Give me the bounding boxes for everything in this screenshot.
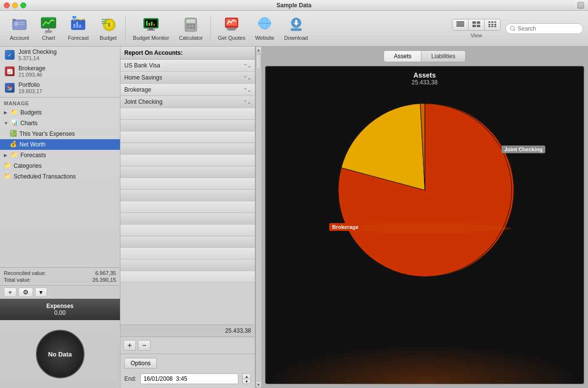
toolbar-download[interactable]: Download: [279, 14, 313, 43]
charts-icon: 📊: [11, 119, 18, 127]
no-data-label: No Data: [48, 351, 72, 358]
svg-rect-25: [146, 21, 148, 26]
account-info-checking: Joint Checking 5.371,14: [18, 48, 116, 61]
report-item-empty15: [120, 271, 255, 283]
pie-container: Brokerage Joint Checking: [266, 88, 584, 292]
view-btn-3[interactable]: [484, 19, 500, 30]
expenses-icon: 💹: [10, 130, 17, 138]
svg-rect-2: [19, 22, 24, 23]
sidebar-item-scheduled[interactable]: 📁 Scheduled Transactions: [0, 171, 120, 182]
jointChecking-arrow: ⌃⌄: [243, 99, 251, 105]
content-inner: Report On Accounts: US Bank Visa ⌃⌄ Home…: [120, 47, 588, 388]
svg-rect-33: [186, 24, 189, 26]
report-item-empty2: [120, 120, 255, 131]
toolbar-budget[interactable]: $ Budget: [94, 14, 123, 43]
website-icon: [256, 16, 273, 33]
scheduled-label: Scheduled Transactions: [14, 173, 76, 180]
svg-rect-30: [147, 30, 155, 31]
budget-label: Budget: [100, 35, 117, 41]
spinner-down[interactable]: ▼: [243, 379, 251, 384]
account-item-portfolio[interactable]: 📚 Portfolio 19.803,17: [0, 80, 120, 96]
account-info-brokerage: Brokerage 21.093,46: [18, 65, 116, 78]
sidebar-accounts: ✓ Joint Checking 5.371,14 📈 Brokerage 21…: [0, 47, 120, 96]
download-label: Download: [284, 35, 308, 41]
account-label: Account: [10, 35, 29, 41]
total-label: Total value:: [4, 277, 31, 283]
tab-liabilities[interactable]: Liabilities: [421, 50, 465, 62]
close-button[interactable]: [4, 2, 10, 8]
traffic-lights: [4, 2, 26, 8]
account-item-checking[interactable]: ✓ Joint Checking 5.371,14: [0, 47, 120, 63]
scroll-down-arrow[interactable]: ▼: [256, 381, 262, 388]
total-row: Total value: 26.390,15: [4, 276, 116, 283]
report-item-empty7: [120, 178, 255, 190]
scroll-thumb[interactable]: [256, 54, 261, 69]
svg-rect-27: [151, 22, 152, 26]
report-item-usbankVisa[interactable]: US Bank Visa ⌃⌄: [120, 60, 255, 72]
spinner-up[interactable]: ▲: [243, 374, 251, 379]
portfolio-name: Portfolio: [18, 81, 116, 88]
report-item-jointChecking[interactable]: Joint Checking ⌃⌄: [120, 96, 255, 108]
toolbar-account[interactable]: Account: [5, 14, 34, 43]
view-btn-1[interactable]: [453, 19, 468, 30]
toolbar: Account Chart: [0, 11, 588, 47]
report-item-brokerage[interactable]: Brokerage ⌃⌄: [120, 84, 255, 96]
svg-rect-4: [13, 19, 16, 21]
svg-rect-58: [491, 24, 493, 25]
reconciled-value: 6.967,35: [95, 270, 116, 276]
sidebar-item-charts[interactable]: ▼ 📊 Charts: [0, 118, 120, 129]
end-input[interactable]: [140, 373, 238, 384]
budgets-arrow: ▶: [4, 110, 9, 115]
scroll-up-arrow[interactable]: ▲: [256, 47, 262, 53]
sidebar-item-budgets[interactable]: ▶ 📁 Budgets: [0, 107, 120, 118]
toolbar-forecast[interactable]: Forecast: [63, 14, 94, 43]
sidebar-item-this-years-expenses[interactable]: 💹 This Year's Expenses: [0, 129, 120, 139]
sidebar: ✓ Joint Checking 5.371,14 📈 Brokerage 21…: [0, 47, 120, 388]
toolbar-calculator[interactable]: Calculator: [174, 14, 208, 43]
pie-chart: [323, 88, 527, 292]
report-item-homeSavings[interactable]: Home Savings ⌃⌄: [120, 72, 255, 84]
toolbar-budget-monitor[interactable]: Budget Monitor: [128, 14, 174, 43]
report-list: US Bank Visa ⌃⌄ Home Savings ⌃⌄ Brokerag…: [120, 60, 255, 324]
toolbar-website[interactable]: Website: [250, 14, 279, 43]
forecasts-icon: 📁: [11, 151, 18, 159]
tab-assets[interactable]: Assets: [384, 50, 421, 62]
report-section: Report On Accounts: US Bank Visa ⌃⌄ Home…: [120, 47, 261, 388]
toolbar-chart[interactable]: Chart: [34, 14, 63, 43]
svg-rect-29: [149, 28, 153, 30]
add-button[interactable]: +: [4, 288, 17, 297]
sidebar-item-forecasts[interactable]: ▶ 📁 Forecasts: [0, 150, 120, 161]
svg-point-16: [72, 16, 76, 19]
portfolio-value: 19.803,17: [18, 88, 116, 94]
report-total: 25.433,38: [120, 324, 255, 337]
reconciled-row: Reconciled value: 6.967,35: [4, 270, 116, 276]
svg-rect-60: [488, 26, 490, 27]
search-box[interactable]: [505, 23, 583, 34]
minimize-button[interactable]: [12, 2, 18, 8]
options-spinner: ▲ ▼: [242, 373, 251, 384]
expenses-box: Expenses 0,00: [0, 299, 120, 320]
svg-rect-37: [190, 27, 192, 29]
account-item-brokerage[interactable]: 📈 Brokerage 21.093,46: [0, 63, 120, 80]
toolbar-get-quotes[interactable]: Get Quotes: [213, 14, 250, 43]
report-item-empty13: [120, 248, 255, 259]
reportBrokerage-name: Brokerage: [124, 86, 151, 93]
get-quotes-icon: [223, 16, 240, 33]
total-value: 26.390,15: [92, 277, 116, 283]
sidebar-item-net-worth[interactable]: 💰 Net Worth: [0, 139, 120, 150]
dropdown-button[interactable]: ▾: [35, 288, 47, 297]
report-add-btn[interactable]: +: [123, 340, 136, 351]
maximize-button[interactable]: [20, 2, 26, 8]
toolbar-sep-2: [210, 16, 211, 41]
report-remove-btn[interactable]: −: [138, 340, 151, 351]
view-btn-2[interactable]: [468, 19, 484, 30]
search-input[interactable]: [518, 25, 579, 32]
svg-rect-36: [186, 27, 189, 29]
expenses-label: This Year's Expenses: [19, 130, 75, 137]
account-icon: [11, 16, 28, 33]
networth-label: Net Worth: [19, 141, 46, 148]
settings-button[interactable]: ⚙: [18, 288, 33, 297]
report-item-empty4: [120, 143, 255, 155]
options-tab[interactable]: Options: [124, 358, 157, 369]
sidebar-item-categories[interactable]: 📁 Categories: [0, 161, 120, 171]
